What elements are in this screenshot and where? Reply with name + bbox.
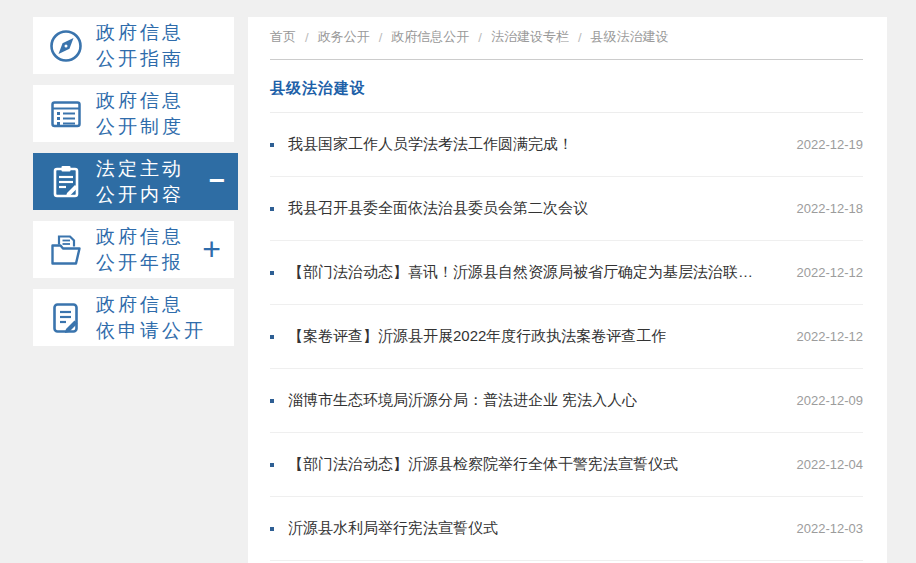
article-row: 【案卷评查】沂源县开展2022年度行政执法案卷评查工作 2022-12-12 <box>270 305 863 369</box>
article-row: 我县召开县委全面依法治县委员会第二次会议 2022-12-18 <box>270 177 863 241</box>
sidebar-item-label: 法定主动 公开内容 <box>96 156 184 208</box>
compass-icon <box>45 25 87 67</box>
bullet-icon <box>270 527 274 531</box>
expand-icon[interactable]: + <box>202 233 221 265</box>
bullet-icon <box>270 335 274 339</box>
sidebar-item-4[interactable]: 政府信息 公开年报 + <box>33 221 234 278</box>
article-title-link[interactable]: 我县召开县委全面依法治县委员会第二次会议 <box>288 199 588 218</box>
breadcrumb-separator: / <box>578 30 582 45</box>
sidebar-item-5[interactable]: 政府信息 依申请公开 <box>33 289 234 346</box>
sidebar-item-label-line1: 政府信息 <box>96 292 206 318</box>
breadcrumb: 首页/政务公开/政府信息公开/法治建设专栏/县级法治建设 <box>270 17 863 60</box>
breadcrumb-item: 县级法治建设 <box>591 28 669 46</box>
article-row: 淄博市生态环境局沂源分局：普法进企业 宪法入人心 2022-12-09 <box>270 369 863 433</box>
list-document-icon <box>45 93 87 135</box>
sidebar-item-label: 政府信息 公开年报 <box>96 224 184 276</box>
sidebar-item-label-line2: 依申请公开 <box>96 318 206 344</box>
sidebar-item-label-line2: 公开制度 <box>96 114 184 140</box>
article-title-link[interactable]: 【部门法治动态】沂源县检察院举行全体干警宪法宣誓仪式 <box>288 455 678 474</box>
bullet-icon <box>270 143 274 147</box>
article-list: 我县国家工作人员学法考法工作圆满完成！ 2022-12-19 我县召开县委全面依… <box>270 113 863 561</box>
breadcrumb-item[interactable]: 首页 <box>270 28 296 46</box>
article-row: 【部门法治动态】沂源县检察院举行全体干警宪法宣誓仪式 2022-12-04 <box>270 433 863 497</box>
sidebar-item-1[interactable]: 政府信息 公开指南 <box>33 17 234 74</box>
sidebar-item-label-line2: 公开指南 <box>96 46 184 72</box>
article-row: 我县国家工作人员学法考法工作圆满完成！ 2022-12-19 <box>270 113 863 177</box>
sidebar-item-label-line1: 政府信息 <box>96 224 184 250</box>
article-title-link[interactable]: 【案卷评查】沂源县开展2022年度行政执法案卷评查工作 <box>288 327 666 346</box>
article-row: 沂源县水利局举行宪法宣誓仪式 2022-12-03 <box>270 497 863 561</box>
sidebar-item-label-line1: 政府信息 <box>96 88 184 114</box>
article-title-link[interactable]: 沂源县水利局举行宪法宣誓仪式 <box>288 519 498 538</box>
sidebar-item-label-line2: 公开内容 <box>96 182 184 208</box>
article-date: 2022-12-19 <box>797 137 864 152</box>
main-panel: 首页/政务公开/政府信息公开/法治建设专栏/县级法治建设 县级法治建设 我县国家… <box>248 17 887 563</box>
bullet-icon <box>270 207 274 211</box>
article-row: 【部门法治动态】喜讯！沂源县自然资源局被省厅确定为基层法治联系点 2022-12… <box>270 241 863 305</box>
article-date: 2022-12-18 <box>797 201 864 216</box>
article-date: 2022-12-12 <box>797 265 864 280</box>
sidebar-item-label-line1: 法定主动 <box>96 156 184 182</box>
collapse-icon[interactable]: − <box>209 167 225 195</box>
folder-document-icon <box>45 229 87 271</box>
breadcrumb-separator: / <box>478 30 482 45</box>
article-date: 2022-12-03 <box>797 521 864 536</box>
sidebar-item-2[interactable]: 政府信息 公开制度 <box>33 85 234 142</box>
clipboard-pencil-icon <box>45 161 87 203</box>
sidebar-item-label: 政府信息 公开制度 <box>96 88 184 140</box>
breadcrumb-separator: / <box>305 30 309 45</box>
breadcrumb-item[interactable]: 政务公开 <box>318 28 370 46</box>
bullet-icon <box>270 463 274 467</box>
breadcrumb-item[interactable]: 政府信息公开 <box>391 28 469 46</box>
document-pencil-icon <box>45 297 87 339</box>
article-title-link[interactable]: 我县国家工作人员学法考法工作圆满完成！ <box>288 135 573 154</box>
bullet-icon <box>270 271 274 275</box>
article-title-link[interactable]: 淄博市生态环境局沂源分局：普法进企业 宪法入人心 <box>288 391 637 410</box>
sidebar-item-label: 政府信息 依申请公开 <box>96 292 206 344</box>
article-title-link[interactable]: 【部门法治动态】喜讯！沂源县自然资源局被省厅确定为基层法治联系点 <box>288 263 758 282</box>
article-date: 2022-12-04 <box>797 457 864 472</box>
sidebar: 政府信息 公开指南 政府信息 公开制度 法定主动 公开内容 − 政府信息 公开年… <box>33 17 238 357</box>
sidebar-item-label: 政府信息 公开指南 <box>96 20 184 72</box>
breadcrumb-separator: / <box>379 30 383 45</box>
sidebar-item-3[interactable]: 法定主动 公开内容 − <box>33 153 238 210</box>
article-date: 2022-12-12 <box>797 329 864 344</box>
article-date: 2022-12-09 <box>797 393 864 408</box>
breadcrumb-item[interactable]: 法治建设专栏 <box>491 28 569 46</box>
page-title: 县级法治建设 <box>270 60 863 113</box>
sidebar-item-label-line1: 政府信息 <box>96 20 184 46</box>
sidebar-item-label-line2: 公开年报 <box>96 250 184 276</box>
bullet-icon <box>270 399 274 403</box>
